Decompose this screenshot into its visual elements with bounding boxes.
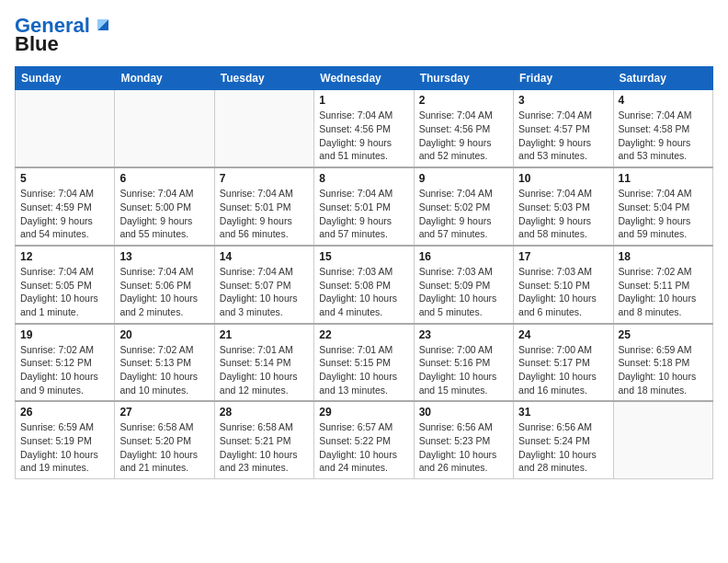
day-number: 28 xyxy=(220,406,309,419)
day-number: 18 xyxy=(619,250,708,263)
day-info: Sunrise: 7:04 AM Sunset: 4:59 PM Dayligh… xyxy=(20,187,109,241)
calendar-cell: 15Sunrise: 7:03 AM Sunset: 5:08 PM Dayli… xyxy=(314,246,414,324)
day-number: 9 xyxy=(419,172,508,185)
weekday-header: Friday xyxy=(514,67,613,90)
day-info: Sunrise: 6:59 AM Sunset: 5:19 PM Dayligh… xyxy=(20,420,109,475)
calendar-cell: 14Sunrise: 7:04 AM Sunset: 5:07 PM Dayli… xyxy=(214,246,313,324)
calendar-cell xyxy=(16,90,115,167)
day-info: Sunrise: 7:04 AM Sunset: 4:56 PM Dayligh… xyxy=(319,109,408,163)
day-info: Sunrise: 7:04 AM Sunset: 5:01 PM Dayligh… xyxy=(319,187,408,241)
day-number: 5 xyxy=(20,172,109,185)
day-info: Sunrise: 7:04 AM Sunset: 5:05 PM Dayligh… xyxy=(20,265,109,319)
calendar-cell: 29Sunrise: 6:57 AM Sunset: 5:22 PM Dayli… xyxy=(314,401,414,478)
calendar-cell: 2Sunrise: 7:04 AM Sunset: 4:56 PM Daylig… xyxy=(414,90,513,167)
day-number: 12 xyxy=(20,250,109,263)
calendar-cell: 24Sunrise: 7:00 AM Sunset: 5:17 PM Dayli… xyxy=(514,324,613,402)
weekday-header: Sunday xyxy=(16,67,115,90)
calendar-cell: 5Sunrise: 7:04 AM Sunset: 4:59 PM Daylig… xyxy=(16,167,115,246)
day-info: Sunrise: 7:00 AM Sunset: 5:16 PM Dayligh… xyxy=(419,343,508,397)
day-info: Sunrise: 7:04 AM Sunset: 4:56 PM Dayligh… xyxy=(419,109,508,163)
day-info: Sunrise: 7:00 AM Sunset: 5:17 PM Dayligh… xyxy=(518,343,608,397)
day-number: 7 xyxy=(220,172,309,185)
day-info: Sunrise: 6:58 AM Sunset: 5:20 PM Dayligh… xyxy=(119,420,209,475)
day-info: Sunrise: 6:57 AM Sunset: 5:22 PM Dayligh… xyxy=(319,420,408,475)
day-info: Sunrise: 7:03 AM Sunset: 5:08 PM Dayligh… xyxy=(319,265,408,319)
day-info: Sunrise: 7:04 AM Sunset: 5:04 PM Dayligh… xyxy=(619,187,708,241)
day-info: Sunrise: 7:04 AM Sunset: 4:58 PM Dayligh… xyxy=(619,109,708,163)
day-number: 29 xyxy=(319,406,408,419)
calendar-cell xyxy=(214,90,313,167)
day-info: Sunrise: 6:56 AM Sunset: 5:23 PM Dayligh… xyxy=(419,420,508,475)
day-info: Sunrise: 7:02 AM Sunset: 5:11 PM Dayligh… xyxy=(619,265,708,319)
day-number: 25 xyxy=(619,328,708,341)
day-number: 21 xyxy=(220,328,309,341)
day-number: 20 xyxy=(119,328,209,341)
day-info: Sunrise: 7:03 AM Sunset: 5:09 PM Dayligh… xyxy=(419,265,508,319)
day-number: 16 xyxy=(419,250,508,263)
calendar-cell: 20Sunrise: 7:02 AM Sunset: 5:13 PM Dayli… xyxy=(115,324,214,402)
day-number: 17 xyxy=(518,250,608,263)
day-number: 6 xyxy=(119,172,209,185)
calendar-cell: 9Sunrise: 7:04 AM Sunset: 5:02 PM Daylig… xyxy=(414,167,513,246)
day-info: Sunrise: 7:04 AM Sunset: 5:06 PM Dayligh… xyxy=(119,265,209,319)
calendar-cell: 4Sunrise: 7:04 AM Sunset: 4:58 PM Daylig… xyxy=(613,90,712,167)
page-header: General Blue xyxy=(15,15,713,55)
day-number: 14 xyxy=(220,250,309,263)
day-info: Sunrise: 7:04 AM Sunset: 5:03 PM Dayligh… xyxy=(518,187,608,241)
day-number: 22 xyxy=(319,328,408,341)
day-number: 30 xyxy=(419,406,508,419)
day-info: Sunrise: 6:58 AM Sunset: 5:21 PM Dayligh… xyxy=(220,420,309,475)
calendar-cell: 28Sunrise: 6:58 AM Sunset: 5:21 PM Dayli… xyxy=(214,401,313,478)
calendar-cell: 7Sunrise: 7:04 AM Sunset: 5:01 PM Daylig… xyxy=(214,167,313,246)
day-number: 8 xyxy=(319,172,408,185)
weekday-header: Saturday xyxy=(613,67,712,90)
calendar-cell: 12Sunrise: 7:04 AM Sunset: 5:05 PM Dayli… xyxy=(16,246,115,324)
day-number: 10 xyxy=(518,172,608,185)
calendar-cell: 1Sunrise: 7:04 AM Sunset: 4:56 PM Daylig… xyxy=(314,90,414,167)
calendar-cell: 22Sunrise: 7:01 AM Sunset: 5:15 PM Dayli… xyxy=(314,324,414,402)
day-info: Sunrise: 7:04 AM Sunset: 5:07 PM Dayligh… xyxy=(220,265,309,319)
calendar-cell: 3Sunrise: 7:04 AM Sunset: 4:57 PM Daylig… xyxy=(514,90,613,167)
day-info: Sunrise: 7:04 AM Sunset: 5:02 PM Dayligh… xyxy=(419,187,508,241)
calendar-cell: 21Sunrise: 7:01 AM Sunset: 5:14 PM Dayli… xyxy=(214,324,313,402)
day-info: Sunrise: 7:02 AM Sunset: 5:13 PM Dayligh… xyxy=(119,343,209,397)
calendar-table: SundayMondayTuesdayWednesdayThursdayFrid… xyxy=(15,66,713,479)
day-number: 3 xyxy=(518,94,608,107)
calendar-cell: 23Sunrise: 7:00 AM Sunset: 5:16 PM Dayli… xyxy=(414,324,513,402)
day-info: Sunrise: 7:04 AM Sunset: 4:57 PM Dayligh… xyxy=(518,109,608,163)
logo-text2: Blue xyxy=(15,33,59,55)
calendar-cell: 18Sunrise: 7:02 AM Sunset: 5:11 PM Dayli… xyxy=(613,246,712,324)
calendar-cell: 26Sunrise: 6:59 AM Sunset: 5:19 PM Dayli… xyxy=(16,401,115,478)
logo-arrow-icon xyxy=(92,14,112,34)
day-number: 27 xyxy=(119,406,209,419)
calendar-cell: 27Sunrise: 6:58 AM Sunset: 5:20 PM Dayli… xyxy=(115,401,214,478)
day-info: Sunrise: 7:01 AM Sunset: 5:14 PM Dayligh… xyxy=(220,343,309,397)
day-number: 4 xyxy=(619,94,708,107)
day-number: 1 xyxy=(319,94,408,107)
day-info: Sunrise: 7:03 AM Sunset: 5:10 PM Dayligh… xyxy=(518,265,608,319)
calendar-cell: 16Sunrise: 7:03 AM Sunset: 5:09 PM Dayli… xyxy=(414,246,513,324)
calendar-cell: 30Sunrise: 6:56 AM Sunset: 5:23 PM Dayli… xyxy=(414,401,513,478)
day-number: 19 xyxy=(20,328,109,341)
day-number: 15 xyxy=(319,250,408,263)
day-number: 31 xyxy=(518,406,608,419)
calendar-cell: 17Sunrise: 7:03 AM Sunset: 5:10 PM Dayli… xyxy=(514,246,613,324)
day-info: Sunrise: 7:01 AM Sunset: 5:15 PM Dayligh… xyxy=(319,343,408,397)
calendar-cell: 11Sunrise: 7:04 AM Sunset: 5:04 PM Dayli… xyxy=(613,167,712,246)
logo: General Blue xyxy=(15,15,112,55)
day-number: 24 xyxy=(518,328,608,341)
calendar-cell xyxy=(613,401,712,478)
calendar-cell: 25Sunrise: 6:59 AM Sunset: 5:18 PM Dayli… xyxy=(613,324,712,402)
calendar-cell: 6Sunrise: 7:04 AM Sunset: 5:00 PM Daylig… xyxy=(115,167,214,246)
day-number: 11 xyxy=(619,172,708,185)
day-info: Sunrise: 7:02 AM Sunset: 5:12 PM Dayligh… xyxy=(20,343,109,397)
calendar-cell: 10Sunrise: 7:04 AM Sunset: 5:03 PM Dayli… xyxy=(514,167,613,246)
day-info: Sunrise: 6:56 AM Sunset: 5:24 PM Dayligh… xyxy=(518,420,608,475)
day-info: Sunrise: 7:04 AM Sunset: 5:00 PM Dayligh… xyxy=(119,187,209,241)
day-number: 13 xyxy=(119,250,209,263)
weekday-header: Monday xyxy=(115,67,214,90)
calendar-cell: 8Sunrise: 7:04 AM Sunset: 5:01 PM Daylig… xyxy=(314,167,414,246)
calendar-cell: 31Sunrise: 6:56 AM Sunset: 5:24 PM Dayli… xyxy=(514,401,613,478)
day-number: 26 xyxy=(20,406,109,419)
calendar-cell: 13Sunrise: 7:04 AM Sunset: 5:06 PM Dayli… xyxy=(115,246,214,324)
